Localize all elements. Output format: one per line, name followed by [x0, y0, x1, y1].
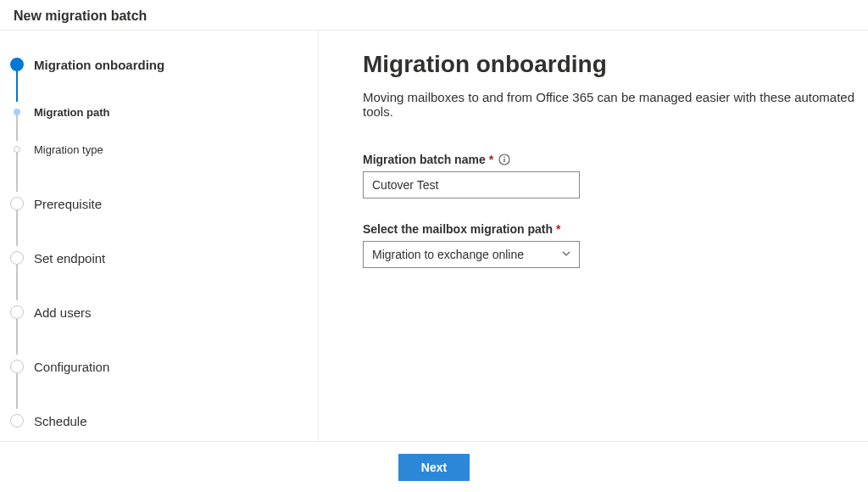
migration-path-label: Select the mailbox migration path * [363, 222, 868, 236]
step-migration-path[interactable]: Migration path [10, 102, 318, 122]
step-migration-onboarding[interactable]: Migration onboarding [10, 51, 318, 78]
main-description: Moving mailboxes to and from Office 365 … [363, 90, 868, 119]
field-batch-name: Migration batch name * [363, 153, 868, 198]
step-label: Migration onboarding [34, 58, 164, 72]
step-label: Set endpoint [34, 251, 105, 266]
step-set-endpoint[interactable]: Set endpoint [10, 244, 318, 271]
select-value: Migration to exchange online [372, 248, 524, 261]
batch-name-input[interactable] [363, 171, 580, 198]
step-configuration[interactable]: Configuration [10, 353, 318, 380]
step-indicator-upcoming [10, 360, 24, 373]
step-indicator-upcoming [10, 197, 24, 210]
main-title: Migration onboarding [363, 51, 868, 78]
step-add-users[interactable]: Add users [10, 299, 318, 326]
label-text: Select the mailbox migration path [363, 222, 553, 236]
step-connector [16, 112, 18, 141]
step-label: Migration type [34, 143, 103, 156]
step-label: Schedule [34, 414, 87, 428]
migration-path-select-wrapper: Migration to exchange online [363, 241, 580, 268]
header-title: New migration batch [14, 8, 147, 23]
migration-path-select[interactable]: Migration to exchange online [363, 241, 580, 268]
step-migration-type[interactable]: Migration type [10, 139, 318, 159]
main-content: Migration onboarding Moving mailboxes to… [319, 31, 868, 441]
step-indicator-upcoming [14, 146, 20, 153]
step-schedule[interactable]: Schedule [10, 407, 318, 434]
info-icon[interactable] [498, 154, 510, 165]
required-asterisk: * [489, 153, 493, 166]
step-connector [16, 149, 18, 192]
body-container: Migration onboarding Migration path Migr… [0, 31, 868, 441]
batch-name-label: Migration batch name * [363, 153, 868, 166]
svg-rect-2 [504, 157, 504, 158]
step-label: Configuration [34, 360, 109, 374]
label-text: Migration batch name [363, 153, 486, 166]
step-indicator-upcoming [10, 305, 24, 319]
step-indicator-upcoming [10, 414, 24, 428]
step-label: Prerequisite [34, 197, 102, 211]
step-prerequisite[interactable]: Prerequisite [10, 190, 318, 217]
step-indicator-upcoming [10, 251, 24, 265]
page-header: New migration batch [0, 0, 868, 31]
footer: Next [0, 441, 868, 492]
step-label: Add users [34, 305, 92, 320]
sidebar-steps: Migration onboarding Migration path Migr… [0, 31, 319, 441]
step-label: Migration path [34, 106, 110, 119]
svg-rect-1 [504, 159, 504, 162]
step-indicator-current [14, 109, 20, 115]
required-asterisk: * [556, 222, 560, 236]
next-button[interactable]: Next [398, 454, 470, 481]
step-indicator-completed [10, 58, 24, 71]
field-migration-path: Select the mailbox migration path * Migr… [363, 222, 868, 268]
